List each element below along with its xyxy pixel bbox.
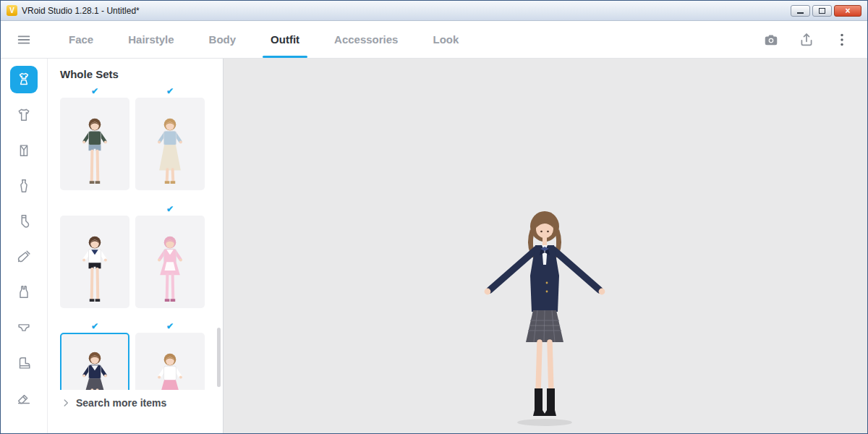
- panel-title: Whole Sets: [48, 59, 223, 86]
- chevron-right-icon: [61, 398, 71, 408]
- export-icon[interactable]: [799, 32, 814, 48]
- outfit-thumbnail-pink-maid-dress[interactable]: [135, 216, 205, 308]
- tops-icon: [16, 107, 32, 123]
- outfit-thumbnail-denim-jacket-cream-skirt[interactable]: [135, 98, 205, 190]
- maximize-button[interactable]: [812, 5, 832, 17]
- tab-accessories[interactable]: Accessories: [317, 21, 415, 58]
- close-button[interactable]: ×: [834, 5, 861, 17]
- viewport-3d[interactable]: [224, 59, 867, 433]
- category-eraser[interactable]: [10, 385, 38, 412]
- category-onepiece[interactable]: [10, 172, 38, 200]
- category-socks[interactable]: [10, 208, 38, 235]
- innerwear-icon: [16, 284, 32, 300]
- window-controls: ×: [791, 5, 861, 17]
- category-innerwear[interactable]: [10, 278, 38, 306]
- underwear-icon: [16, 320, 32, 336]
- panel-scrollbar[interactable]: [217, 328, 221, 387]
- category-jacket[interactable]: [10, 137, 38, 164]
- category-whole-sets[interactable]: [10, 66, 38, 93]
- tab-face[interactable]: Face: [51, 21, 111, 58]
- maximize-icon: [819, 8, 825, 14]
- outfit-cell: ✔: [135, 86, 205, 197]
- outfit-category-rail: [1, 59, 47, 433]
- tab-body[interactable]: Body: [192, 21, 254, 58]
- category-tops[interactable]: [10, 101, 38, 129]
- category-shoes[interactable]: [10, 349, 38, 377]
- whole-sets-icon: [16, 72, 32, 88]
- camera-icon[interactable]: [763, 32, 779, 48]
- character-model[interactable]: [480, 203, 610, 427]
- shoes-icon: [16, 355, 32, 371]
- outfit-grid: ✔✔✔✔✔: [48, 86, 223, 432]
- tab-look[interactable]: Look: [415, 21, 476, 58]
- window-title: VRoid Studio 1.28.1 - Untitled*: [22, 6, 140, 16]
- app-logo-icon: V: [7, 5, 17, 16]
- toolbar-actions: [763, 21, 867, 58]
- main-area: Whole Sets ✔✔✔✔✔ Search more items: [1, 59, 867, 433]
- title-bar[interactable]: V VRoid Studio 1.28.1 - Untitled* ×: [1, 1, 867, 21]
- tab-outfit[interactable]: Outfit: [253, 21, 317, 58]
- outfit-cell: ✔: [60, 86, 129, 197]
- items-panel: Whole Sets ✔✔✔✔✔ Search more items: [47, 59, 224, 433]
- check-placeholder: [60, 204, 129, 216]
- check-icon: ✔: [60, 321, 129, 333]
- top-toolbar: FaceHairstyleBodyOutfitAccessoriesLook: [1, 21, 867, 59]
- check-icon: ✔: [135, 86, 205, 98]
- tab-bar: FaceHairstyleBodyOutfitAccessoriesLook: [51, 21, 476, 58]
- eraser-icon: [16, 391, 32, 407]
- outfit-cell: ✔: [135, 204, 205, 315]
- onepiece-icon: [16, 178, 32, 194]
- outfit-thumbnail-sailor-top-black-shorts[interactable]: [60, 216, 129, 308]
- socks-icon: [16, 213, 32, 229]
- brush-icon: [16, 249, 32, 265]
- search-more-items[interactable]: Search more items: [48, 390, 223, 433]
- vroid-studio-window: V VRoid Studio 1.28.1 - Untitled* × Face…: [0, 0, 868, 434]
- category-underwear[interactable]: [10, 314, 38, 341]
- check-icon: ✔: [60, 86, 129, 98]
- tab-hairstyle[interactable]: Hairstyle: [111, 21, 191, 58]
- minimize-icon: [797, 12, 804, 14]
- outfit-thumbnail-floral-shirt-denim-shorts[interactable]: [60, 98, 129, 190]
- kebab-menu-icon[interactable]: [834, 32, 850, 48]
- jacket-icon: [16, 142, 32, 158]
- check-icon: ✔: [135, 321, 205, 333]
- category-brush[interactable]: [10, 243, 38, 271]
- menu-icon[interactable]: [1, 21, 47, 58]
- check-icon: ✔: [135, 204, 205, 216]
- minimize-button[interactable]: [791, 5, 810, 17]
- outfit-cell: [60, 204, 129, 315]
- search-more-label: Search more items: [76, 397, 166, 409]
